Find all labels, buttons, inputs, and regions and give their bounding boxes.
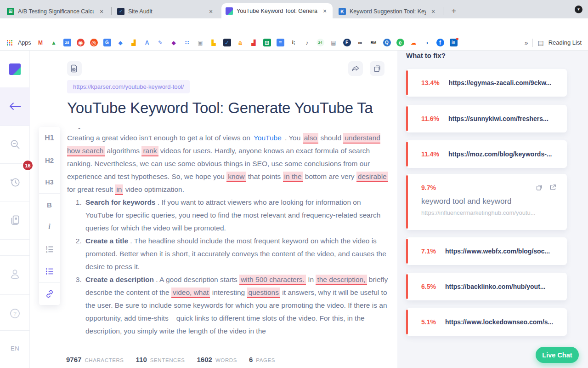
list-item[interactable]: Create a description . A good descriptio… [84,273,390,338]
optimize-icon[interactable]: ∷ [183,39,191,46]
heading1-button[interactable]: H1 [39,127,60,149]
user-icon [9,268,21,280]
checkbox-favicon-icon: ✓ [117,8,124,15]
heading3-button[interactable]: H3 [39,171,60,193]
notes-icon[interactable]: ▤ [330,39,338,46]
external-link-icon[interactable] [549,184,557,191]
apps-grid-icon[interactable] [6,40,12,46]
new-tab-button[interactable]: + [447,5,460,17]
reading-list-label[interactable]: Reading List [548,39,582,46]
circle-24-icon[interactable]: 24 [317,39,324,46]
calendar-icon[interactable]: 28 [63,39,71,46]
facebook-icon[interactable]: f [436,39,444,46]
tab-site-audit[interactable]: ✓ Site Audit × [113,4,219,18]
copy-icon[interactable] [535,184,543,191]
competitor-url[interactable]: https://sunnykiwi.com/freshers... [448,115,548,122]
fix-card[interactable]: 11.4% https://moz.com/blog/keywords-... [406,140,567,168]
source-url-chip[interactable]: https://kparser.com/youtube-keyword-tool… [67,80,190,93]
blue-diamond-icon[interactable]: ◆ [117,39,124,46]
maps-pin-icon[interactable]: ◉ [77,39,85,46]
rm-letters-icon[interactable]: RM [370,39,378,46]
list-item[interactable]: Search for keywords . If you want to att… [84,196,390,235]
bookmarks-bar: Apps M▲28◉◎G◆▟A✎◆∷▣▙✓a▟⊞≡i;♪24▤F∞RMQe☁◑f… [0,35,588,51]
tab-youtube-keyword-tool[interactable]: YouTube Keyword Tool: Generat × [221,3,333,18]
back-arrow-button[interactable] [0,95,30,118]
svg-text:3: 3 [46,251,47,253]
list-item[interactable]: Create a title . The headline should inc… [84,235,390,273]
document-body[interactable]: Creating a great video isn’t enough to g… [67,132,390,338]
live-chat-button[interactable]: Live Chat [536,347,579,363]
tab-close-icon[interactable]: × [430,8,437,15]
translate-icon[interactable]: G [103,39,111,46]
account-button[interactable] [0,261,30,286]
tab-close-icon[interactable]: × [98,8,105,15]
target-icon[interactable]: ◎ [90,39,98,46]
sheets-icon[interactable]: ⊞ [263,39,271,46]
apps-label[interactable]: Apps [18,40,31,46]
reading-list-icon[interactable]: ▤ [537,39,543,46]
fix-card[interactable]: 11.6% https://sunnykiwi.com/freshers... [406,105,567,132]
fix-card[interactable]: 13.4% https://egymas-zacali.com/9ckw... [406,69,567,97]
unordered-list-button[interactable] [39,260,60,282]
search-check-button[interactable] [0,132,30,156]
todo-checkbox-icon[interactable]: ✓ [223,39,231,46]
documents-button[interactable] [0,208,30,232]
share-arrow-icon [351,64,360,73]
competitor-url[interactable]: https://moz.com/blog/keywords-... [448,150,552,158]
duplicate-button[interactable] [370,61,384,76]
music-note-icon[interactable]: ♪ [303,39,311,46]
paragraph[interactable]: Creating a great video isn’t enough to g… [67,132,390,196]
text-marks-icon[interactable]: i; [290,39,298,46]
help-icon: ? [9,307,21,320]
tag-manager-icon[interactable]: ◆ [170,39,178,46]
infinity-icon[interactable]: ∞ [356,39,364,46]
gray-box-icon[interactable]: ▣ [197,39,204,46]
tab-ab-testing[interactable]: ⊞ A/B Testing Significance Calcul × [3,4,109,18]
competitor-url[interactable]: https://backlinko.com/hub/yout... [445,283,546,290]
f-circle-icon[interactable]: F [343,39,351,46]
evernote-icon[interactable]: e [396,39,404,46]
heading2-button[interactable]: H2 [39,149,60,171]
fix-card[interactable]: 5.1% https://www.lockedownseo.com/s... [406,308,567,336]
italic-button[interactable]: i [39,216,60,238]
pen-blue-icon[interactable]: ◑ [423,39,431,46]
insert-link-button[interactable] [39,283,60,305]
competitor-url[interactable]: https://www.lockedownseo.com/s... [445,318,553,326]
copywritely-logo[interactable] [0,59,30,79]
ordered-list-button[interactable]: 123 [39,238,60,260]
fix-card[interactable]: 6.5% https://backlinko.com/hub/yout... [406,273,567,300]
docs-icon[interactable]: ≡ [277,39,284,46]
history-button[interactable] [0,170,30,194]
tab-separator [111,7,112,15]
tab-close-icon[interactable]: × [321,7,328,15]
competitor-url[interactable]: https://www.webfx.com/blog/soc... [445,247,550,255]
gmail-icon[interactable]: M [37,39,45,46]
similarity-percent: 7.1% [421,247,436,255]
pencil-icon[interactable]: ✎ [157,39,164,46]
amazon-icon[interactable]: a [237,39,244,46]
drive-icon[interactable]: ▲ [50,39,58,46]
q-circle-icon[interactable]: Q [383,39,391,46]
fix-card[interactable]: 7.1% https://www.webfx.com/blog/soc... [406,237,567,265]
google-ads-icon[interactable]: A [143,39,151,46]
analytics-icon[interactable]: ▟ [130,39,138,46]
bookmarks-overflow-icon[interactable]: » [525,39,528,46]
share-button[interactable] [348,61,363,76]
document-title[interactable]: YouTube Keyword Tool: Generate YouTube T… [67,99,391,117]
tab-search-button[interactable]: ▼ [575,6,582,13]
bold-button[interactable]: B [39,194,60,216]
linkedin-icon[interactable]: in [450,39,458,46]
tab-keyword-suggestion[interactable]: K Keyword Suggestion Tool: Keyw × [334,4,441,18]
chart-icon[interactable]: ▙ [210,39,218,46]
document-editor[interactable]: https://kparser.com/youtube-keyword-tool… [30,51,397,351]
new-document-button[interactable] [67,61,82,76]
competitor-url[interactable]: https://egymas-zacali.com/9ckw... [449,79,552,86]
help-button[interactable]: ? [0,301,30,326]
keyword-phrase: keyword tool and keyword [421,197,557,206]
soundcloud-icon[interactable]: ☁ [410,39,418,46]
tab-close-icon[interactable]: × [207,8,215,15]
fix-card-expanded[interactable]: 9.7% keyword tool and keyword https://in… [406,174,567,230]
red-bars-icon[interactable]: ▟ [250,39,258,46]
language-toggle[interactable]: EN [0,345,30,352]
competitor-url[interactable]: https://influencermarketinghub.com/youtu… [421,209,557,216]
